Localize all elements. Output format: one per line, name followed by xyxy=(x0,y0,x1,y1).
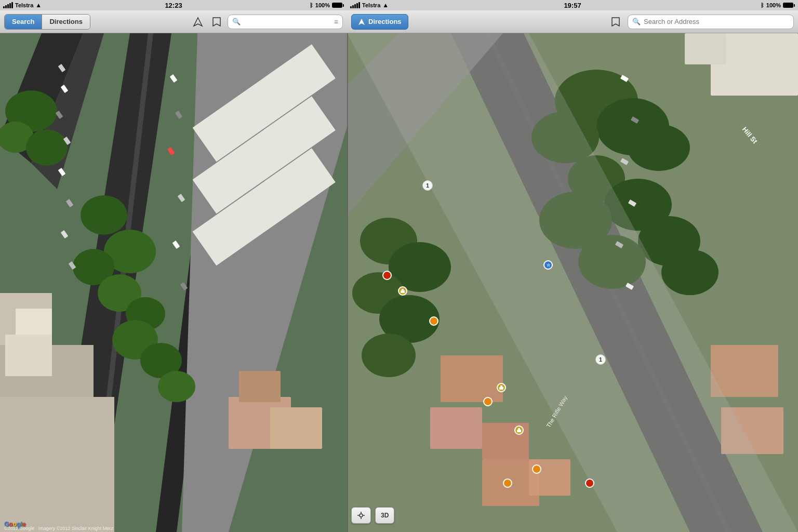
svg-rect-44 xyxy=(16,309,52,335)
bookmarks-icon-left[interactable] xyxy=(209,14,224,30)
svg-rect-42 xyxy=(239,371,281,402)
svg-point-15 xyxy=(26,129,68,166)
svg-rect-18 xyxy=(0,397,114,532)
svg-rect-43 xyxy=(270,407,322,449)
search-icon-left: 🔍 xyxy=(232,18,241,25)
svg-point-67 xyxy=(362,334,416,377)
left-carrier-group: Telstra ▲ xyxy=(3,2,42,9)
toolbar-right: Directions 🔍 xyxy=(347,10,798,33)
svg-rect-85 xyxy=(402,289,404,291)
svg-rect-87 xyxy=(500,385,502,388)
search-bar-left[interactable]: 🔍 ≡ xyxy=(228,15,343,29)
search-bar-right[interactable]: 🔍 xyxy=(628,15,794,29)
copyright-text: ©2012 Google · Imagery ©2012 Sinclair Kn… xyxy=(4,526,113,531)
svg-rect-68 xyxy=(441,355,503,402)
map-bottom-controls: 3D xyxy=(351,507,394,524)
directions-button-right[interactable]: Directions xyxy=(351,14,408,30)
bluetooth-icon-left: ᛒ xyxy=(310,2,313,8)
directions-tab[interactable]: Directions xyxy=(42,15,90,29)
carrier-left: Telstra xyxy=(15,2,33,8)
directions-label-right: Directions xyxy=(368,18,402,25)
map-pin-orange-2[interactable] xyxy=(483,397,493,406)
svg-rect-45 xyxy=(5,335,52,376)
search-tab[interactable]: Search xyxy=(5,15,42,29)
threed-button[interactable]: 3D xyxy=(375,507,394,524)
battery-left xyxy=(332,3,344,8)
svg-rect-52 xyxy=(685,33,726,64)
map-pin-orange-3[interactable] xyxy=(532,464,541,474)
svg-rect-69 xyxy=(430,407,482,449)
svg-point-19 xyxy=(81,195,127,235)
segmented-control-left[interactable]: Search Directions xyxy=(4,14,90,30)
svg-point-90 xyxy=(360,514,363,517)
left-map-svg xyxy=(0,33,347,532)
right-carrier-group: Telstra ▲ xyxy=(350,2,389,9)
map-divider xyxy=(347,33,348,532)
map-pin-blue-1[interactable]: ☆ xyxy=(543,260,553,270)
time-right: 19:57 xyxy=(564,2,581,9)
battery-pct-right: 100% xyxy=(766,2,781,8)
num-badge-1: 1 xyxy=(422,180,433,191)
signal-bars-left xyxy=(3,2,13,8)
list-icon-left[interactable]: ≡ xyxy=(334,18,338,26)
bluetooth-icon-right: ᛒ xyxy=(761,2,764,8)
svg-rect-89 xyxy=(518,428,520,430)
status-bar-right: Telstra ▲ 19:57 ᛒ 100% xyxy=(347,0,798,10)
map-pin-hotel-2[interactable] xyxy=(497,383,506,392)
carrier-right: Telstra xyxy=(362,2,380,8)
num-badge-2: 1 xyxy=(595,354,606,365)
right-map-svg: Hill St The Rifle Way xyxy=(347,33,798,532)
svg-point-26 xyxy=(158,371,195,402)
bookmarks-icon-right[interactable] xyxy=(608,14,623,30)
search-input-left[interactable] xyxy=(244,18,331,25)
right-status-group-right: ᛒ 100% xyxy=(761,2,795,8)
map-pin-orange-1[interactable] xyxy=(429,316,438,326)
status-bar-left: Telstra ▲ 12:23 ᛒ 100% xyxy=(0,0,347,10)
svg-marker-1 xyxy=(358,19,365,25)
map-pin-red-2[interactable] xyxy=(585,478,594,488)
battery-right xyxy=(783,3,795,8)
time-left: 12:23 xyxy=(165,2,182,9)
svg-point-56 xyxy=(628,124,690,171)
map-left[interactable]: Google ©2012 Google · Imagery ©2012 Sinc… xyxy=(0,33,347,532)
battery-pct-left: 100% xyxy=(315,2,330,8)
map-pin-orange-4[interactable] xyxy=(503,478,512,488)
map-pin-red-1[interactable] xyxy=(382,271,392,280)
right-status-group-left: ᛒ 100% xyxy=(310,2,344,8)
search-input-right[interactable] xyxy=(644,18,789,25)
wifi-icon-right: ▲ xyxy=(382,2,389,9)
search-icon-right: 🔍 xyxy=(632,18,641,25)
map-pin-hotel-3[interactable] xyxy=(514,425,524,435)
map-pin-hotel-1[interactable] xyxy=(398,286,407,296)
threed-label: 3D xyxy=(381,512,389,519)
wifi-icon-left: ▲ xyxy=(35,2,42,9)
navigation-icon-left[interactable] xyxy=(190,14,206,30)
map-right[interactable]: Hill St The Rifle Way ☆ 1 1 xyxy=(347,33,798,532)
toolbar-left: Search Directions 🔍 ≡ xyxy=(0,10,347,33)
locate-icon xyxy=(357,511,365,520)
svg-point-62 xyxy=(661,249,719,295)
locate-button[interactable] xyxy=(351,507,371,524)
directions-arrow-icon xyxy=(358,18,365,25)
signal-bars-right xyxy=(350,2,360,8)
map-container: Google ©2012 Google · Imagery ©2012 Sinc… xyxy=(0,33,798,532)
svg-marker-0 xyxy=(194,18,202,26)
